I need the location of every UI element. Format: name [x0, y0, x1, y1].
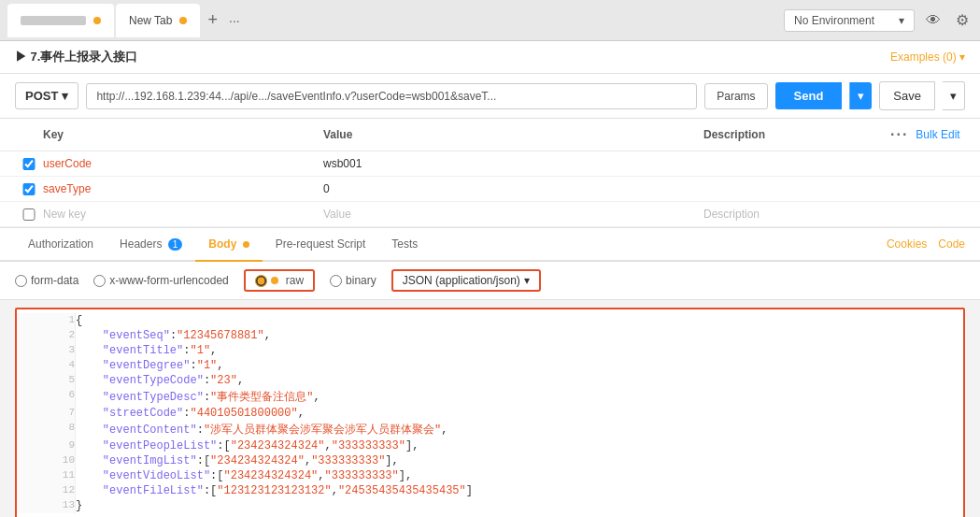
raw-option[interactable]: raw [244, 269, 315, 292]
tab-2[interactable]: New Tab [116, 4, 200, 37]
params-header: Key Value Description ··· Bulk Edit [0, 119, 980, 151]
examples-link[interactable]: Examples (0) ▾ [890, 50, 965, 64]
top-right-area: No Environment ▾ 👁 ⚙ [784, 7, 973, 33]
code-line-4: 4 "eventDegree":"1", [17, 358, 963, 373]
url-encoded-option[interactable]: x-www-form-urlencoded [93, 274, 228, 287]
row1-checkbox[interactable] [15, 158, 43, 170]
row3-key-placeholder: New key [43, 208, 323, 221]
request-title: ▶ 7.事件上报录入接口 [15, 49, 137, 65]
code-editor[interactable]: 1 { 2 "eventSeq":"12345678881", 3 "event… [15, 308, 965, 517]
json-type-label: JSON (application/json) [403, 274, 520, 287]
bulk-edit-button[interactable]: Bulk Edit [916, 128, 959, 141]
raw-label: raw [286, 274, 304, 287]
line-num-11: 11 [17, 468, 76, 483]
code-text-10: "eventImgList":["234234324324","33333333… [76, 453, 963, 468]
row3-value-placeholder: Value [323, 208, 703, 221]
table-row: userCode wsb001 [0, 151, 980, 177]
tab-body[interactable]: Body [195, 228, 262, 262]
tab-authorization[interactable]: Authorization [15, 228, 107, 262]
code-table: 1 { 2 "eventSeq":"12345678881", 3 "event… [17, 313, 963, 513]
table-row: New key Value Description [0, 202, 980, 227]
code-text-7: "streetCode":"44010501800000", [76, 406, 963, 421]
table-row: saveType 0 [0, 177, 980, 202]
code-text-11: "eventVideoList":["234234324324","333333… [76, 468, 963, 483]
line-num-2: 2 [17, 328, 76, 343]
code-link[interactable]: Code [938, 237, 965, 251]
row3-description-placeholder: Description [703, 208, 890, 221]
line-num-5: 5 [17, 373, 76, 388]
url-encoded-label: x-www-form-urlencoded [109, 274, 228, 287]
save-arrow-button[interactable]: ▾ [943, 81, 965, 110]
row1-key: userCode [43, 157, 323, 170]
code-line-7: 7 "streetCode":"44010501800000", [17, 406, 963, 421]
row2-checkbox[interactable] [15, 183, 43, 195]
save-button[interactable]: Save [879, 81, 935, 110]
row2-key: saveType [43, 182, 323, 195]
code-text-5: "eventTypeCode":"23", [76, 373, 963, 388]
more-options-icon[interactable]: ··· [890, 126, 908, 143]
code-text-3: "eventTitle":"1", [76, 343, 963, 358]
code-text-4: "eventDegree":"1", [76, 358, 963, 373]
send-button[interactable]: Send [775, 82, 843, 109]
line-num-6: 6 [17, 388, 76, 406]
code-line-10: 10 "eventImgList":["234234324324","33333… [17, 453, 963, 468]
tab2-dot [179, 17, 187, 24]
row2-value: 0 [323, 182, 703, 195]
code-text-1: { [76, 313, 963, 328]
line-num-4: 4 [17, 358, 76, 373]
tabs-right-links: Cookies Code [887, 237, 965, 251]
cookies-link[interactable]: Cookies [887, 237, 927, 251]
line-num-7: 7 [17, 406, 76, 421]
form-data-option[interactable]: form-data [15, 274, 78, 287]
body-options-bar: form-data x-www-form-urlencoded raw bina… [0, 262, 980, 300]
code-line-5: 5 "eventTypeCode":"23", [17, 373, 963, 388]
line-num-10: 10 [17, 453, 76, 468]
url-bar: POST ▾ Params Send ▾ Save ▾ [0, 74, 980, 119]
tab-headers[interactable]: Headers 1 [107, 228, 195, 262]
method-select[interactable]: POST ▾ [15, 82, 78, 109]
code-line-1: 1 { [17, 313, 963, 328]
line-num-8: 8 [17, 421, 76, 438]
line-num-12: 12 [17, 483, 76, 498]
binary-option[interactable]: binary [330, 274, 376, 287]
binary-label: binary [346, 274, 376, 287]
col-description-header: Description [703, 128, 890, 141]
eye-icon-button[interactable]: 👁 [922, 8, 944, 33]
code-text-13: } [76, 498, 963, 513]
code-text-6: "eventTypeDesc":"事件类型备注信息", [76, 388, 963, 406]
code-text-9: "eventPeopleList":["234234324324","33333… [76, 438, 963, 453]
headers-badge: 1 [168, 238, 183, 251]
method-label: POST [25, 89, 58, 103]
code-line-2: 2 "eventSeq":"12345678881", [17, 328, 963, 343]
tab1-dot [93, 17, 101, 24]
code-line-3: 3 "eventTitle":"1", [17, 343, 963, 358]
row1-value: wsb001 [323, 157, 703, 170]
tab-pre-request[interactable]: Pre-request Script [263, 228, 379, 262]
params-table: Key Value Description ··· Bulk Edit user… [0, 119, 980, 228]
chevron-down-icon: ▾ [899, 14, 904, 27]
url-input[interactable] [86, 83, 697, 109]
tab-tests[interactable]: Tests [378, 228, 431, 262]
code-line-13: 13 } [17, 498, 963, 513]
tab2-label: New Tab [129, 14, 172, 27]
row3-checkbox[interactable] [15, 208, 43, 221]
params-button[interactable]: Params [704, 83, 767, 109]
method-chevron-icon: ▾ [62, 89, 68, 103]
line-num-3: 3 [17, 343, 76, 358]
code-line-12: 12 "eventFileList":["123123123123132","2… [17, 483, 963, 498]
body-dot [243, 241, 249, 248]
code-line-9: 9 "eventPeopleList":["234234324324","333… [17, 438, 963, 453]
gear-icon-button[interactable]: ⚙ [952, 7, 973, 33]
form-data-label: form-data [31, 274, 78, 287]
line-num-1: 1 [17, 313, 76, 328]
line-num-13: 13 [17, 498, 76, 513]
send-arrow-button[interactable]: ▾ [849, 82, 872, 109]
code-text-2: "eventSeq":"12345678881", [76, 328, 963, 343]
more-tabs-button[interactable]: ··· [223, 13, 246, 28]
environment-select[interactable]: No Environment ▾ [784, 9, 915, 32]
tab-1[interactable] [7, 4, 114, 37]
json-type-dropdown[interactable]: JSON (application/json) ▾ [391, 269, 541, 292]
line-num-9: 9 [17, 438, 76, 453]
code-text-12: "eventFileList":["123123123123132","2453… [76, 483, 963, 498]
add-tab-button[interactable]: + [202, 10, 223, 30]
